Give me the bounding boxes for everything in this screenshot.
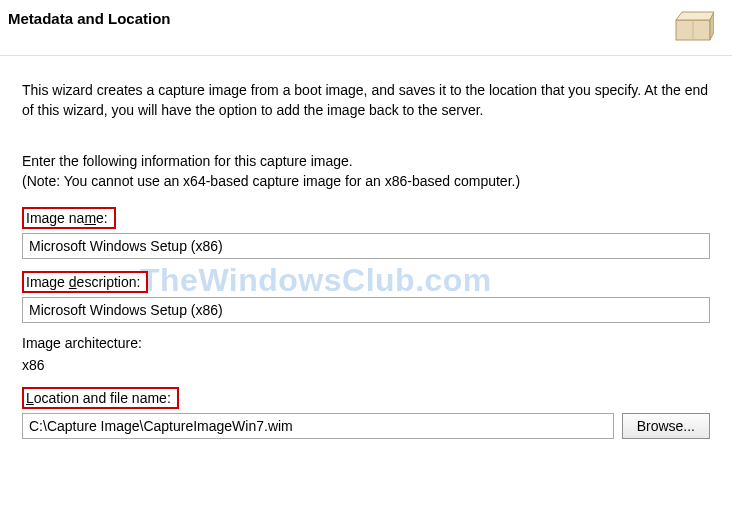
image-name-label: Image name: — [22, 207, 116, 229]
image-architecture-label: Image architecture: — [22, 335, 142, 351]
location-row: Browse... — [22, 413, 710, 439]
image-description-group: Image description: — [22, 271, 710, 323]
location-label: Location and file name: — [22, 387, 179, 409]
image-description-label: Image description: — [22, 271, 148, 293]
image-description-input[interactable] — [22, 297, 710, 323]
wizard-body: This wizard creates a capture image from… — [0, 56, 732, 461]
image-name-group: Image name: — [22, 207, 710, 259]
wizard-header: Metadata and Location — [0, 0, 732, 56]
image-architecture-group: Image architecture: x86 — [22, 335, 710, 375]
location-input[interactable] — [22, 413, 614, 439]
image-architecture-value: x86 — [22, 355, 710, 375]
page-title: Metadata and Location — [8, 10, 171, 27]
svg-marker-1 — [676, 12, 714, 20]
location-group: Location and file name: Browse... — [22, 387, 710, 439]
image-name-input[interactable] — [22, 233, 710, 259]
subintro-line2: (Note: You cannot use an x64-based captu… — [22, 171, 710, 191]
box-icon — [672, 8, 714, 47]
sub-intro: Enter the following information for this… — [22, 151, 710, 192]
subintro-line1: Enter the following information for this… — [22, 151, 710, 171]
browse-button[interactable]: Browse... — [622, 413, 710, 439]
intro-text: This wizard creates a capture image from… — [22, 80, 710, 121]
